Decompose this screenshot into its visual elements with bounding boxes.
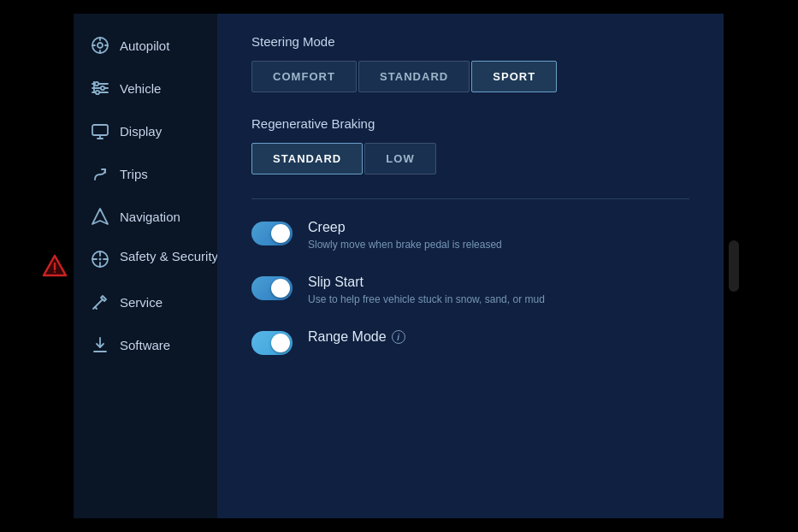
- sidebar-item-software-label: Software: [120, 338, 170, 352]
- creep-toggle-item: Creep Slowly move when brake pedal is re…: [251, 220, 689, 251]
- slip-start-toggle[interactable]: [251, 276, 293, 300]
- software-icon: [91, 335, 109, 354]
- creep-info: Creep Slowly move when brake pedal is re…: [308, 220, 502, 251]
- steering-sport-button[interactable]: SPORT: [471, 61, 557, 92]
- regen-braking-label: Regenerative Braking: [251, 116, 689, 131]
- steering-mode-section: Steering Mode COMFORT STANDARD SPORT: [251, 34, 689, 92]
- regen-braking-section: Regenerative Braking STANDARD LOW: [251, 116, 689, 174]
- sidebar-item-display[interactable]: Display: [74, 109, 217, 152]
- sidebar-item-trips-label: Trips: [120, 167, 148, 181]
- slip-start-info: Slip Start Use to help free vehicle stuc…: [308, 275, 545, 305]
- sidebar-item-safety-security[interactable]: Safety & Security: [74, 238, 217, 281]
- slip-start-title: Slip Start: [308, 275, 545, 290]
- creep-description: Slowly move when brake pedal is released: [308, 239, 502, 251]
- screen: Autopilot: [74, 14, 724, 518]
- svg-point-17: [96, 91, 99, 94]
- vehicle-icon: [91, 79, 109, 98]
- steering-mode-label: Steering Mode: [251, 34, 689, 49]
- slip-start-toggle-item: Slip Start Use to help free vehicle stuc…: [251, 275, 689, 305]
- display-icon: [91, 121, 109, 140]
- svg-point-2: [54, 271, 56, 273]
- creep-toggle[interactable]: [251, 222, 293, 245]
- range-mode-toggle-item: Range Mode i: [251, 329, 689, 355]
- sidebar-item-autopilot[interactable]: Autopilot: [74, 24, 217, 67]
- slip-start-description: Use to help free vehicle stuck in snow, …: [308, 293, 545, 305]
- sidebar-item-navigation[interactable]: Navigation: [74, 195, 217, 238]
- creep-title: Creep: [308, 220, 502, 235]
- sidebar-item-vehicle-label: Vehicle: [120, 81, 161, 96]
- sidebar-item-vehicle[interactable]: Vehicle: [74, 67, 217, 109]
- svg-point-4: [98, 43, 103, 48]
- sidebar-item-software[interactable]: Software: [74, 323, 217, 366]
- right-bezel-handle: [729, 240, 739, 292]
- sidebar-item-autopilot-label: Autopilot: [120, 38, 169, 53]
- main-content: Steering Mode COMFORT STANDARD SPORT Reg…: [217, 14, 724, 518]
- steering-standard-button[interactable]: STANDARD: [358, 61, 470, 92]
- safety-icon: [91, 250, 109, 269]
- regen-braking-buttons: STANDARD LOW: [251, 143, 689, 174]
- autopilot-icon: [91, 36, 109, 55]
- range-mode-info: Range Mode i: [308, 329, 405, 345]
- steering-comfort-button[interactable]: COMFORT: [251, 61, 357, 92]
- range-mode-title: Range Mode i: [308, 329, 405, 345]
- regen-standard-button[interactable]: STANDARD: [251, 143, 363, 174]
- range-mode-info-icon[interactable]: i: [392, 330, 405, 344]
- svg-marker-21: [92, 209, 108, 224]
- trips-icon: [91, 164, 109, 183]
- sidebar-item-display-label: Display: [120, 124, 162, 139]
- range-mode-toggle[interactable]: [251, 331, 293, 355]
- regen-low-button[interactable]: LOW: [364, 143, 435, 174]
- svg-point-23: [99, 258, 102, 261]
- svg-point-15: [95, 82, 98, 86]
- steering-mode-buttons: COMFORT STANDARD SPORT: [251, 61, 689, 92]
- service-icon: [91, 293, 109, 311]
- sidebar-item-trips[interactable]: Trips: [74, 152, 217, 195]
- svg-point-16: [101, 86, 104, 90]
- sidebar-item-navigation-label: Navigation: [120, 210, 180, 224]
- sidebar: Autopilot: [74, 14, 217, 518]
- section-divider: [251, 198, 689, 199]
- svg-line-28: [95, 307, 97, 309]
- sidebar-item-service[interactable]: Service: [74, 281, 217, 323]
- navigation-icon: [91, 207, 109, 226]
- svg-rect-18: [92, 125, 108, 135]
- hazard-triangle-icon: [41, 252, 68, 280]
- sidebar-item-safety-security-label: Safety & Security: [120, 248, 218, 265]
- sidebar-item-service-label: Service: [120, 295, 163, 310]
